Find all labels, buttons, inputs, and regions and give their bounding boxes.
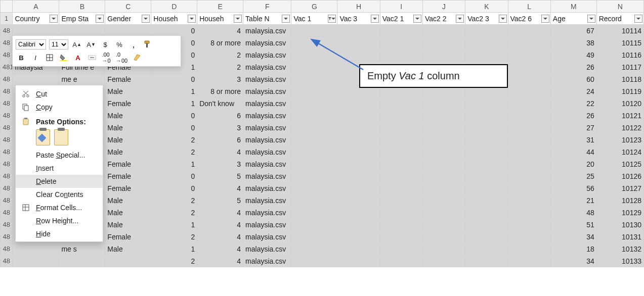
cell[interactable]: malaysia.csv <box>243 182 291 194</box>
cell[interactable]: 26 <box>550 61 596 73</box>
cell[interactable]: 67 <box>550 25 596 37</box>
cell[interactable]: 1 <box>151 219 197 231</box>
cell[interactable]: 21 <box>550 194 596 207</box>
cell[interactable]: 10124 <box>596 146 643 158</box>
cell[interactable]: 2 <box>197 49 243 61</box>
fill-color-icon[interactable] <box>58 53 69 63</box>
cell[interactable] <box>105 255 151 267</box>
filter-dropdown-icon[interactable] <box>456 15 464 23</box>
row-header[interactable]: 48 <box>1 25 13 37</box>
cell[interactable]: 10117 <box>596 61 643 73</box>
table-row[interactable]: 4824malaysia.csv3410133 <box>1 255 644 267</box>
cell[interactable] <box>337 146 380 158</box>
format-painter-icon[interactable] <box>142 39 153 50</box>
cell[interactable]: malaysia.csv <box>243 255 291 267</box>
row-header[interactable]: 48 <box>1 243 13 255</box>
cell[interactable]: 6 <box>197 134 243 146</box>
cell[interactable] <box>422 158 465 170</box>
cell[interactable] <box>291 25 337 37</box>
cell[interactable]: 2 <box>151 194 197 207</box>
cell[interactable] <box>465 122 508 134</box>
cell[interactable] <box>291 85 337 97</box>
cell[interactable] <box>422 170 465 182</box>
cell[interactable] <box>465 25 508 37</box>
cell[interactable]: Male <box>105 122 151 134</box>
cell[interactable]: 3 <box>197 73 243 85</box>
cell[interactable]: 34 <box>550 255 596 267</box>
row-header[interactable]: 48 <box>1 170 13 182</box>
cell[interactable] <box>465 170 508 182</box>
menu-paste-special[interactable]: Paste Special... <box>16 149 103 162</box>
row-header[interactable]: 48 <box>1 255 13 267</box>
cell[interactable] <box>508 255 550 267</box>
cell[interactable] <box>337 243 380 255</box>
cell[interactable] <box>422 97 465 110</box>
cell[interactable] <box>291 255 337 267</box>
filter-cell-C[interactable]: Gender <box>105 13 151 25</box>
cell[interactable]: 10132 <box>596 243 643 255</box>
column-header-M[interactable]: M <box>550 1 596 13</box>
cell[interactable]: 0 <box>151 182 197 194</box>
cell[interactable] <box>465 97 508 110</box>
cell[interactable]: 5 <box>197 170 243 182</box>
cell[interactable] <box>508 231 550 243</box>
cell[interactable]: 1 <box>151 97 197 110</box>
cell[interactable]: 10133 <box>596 255 643 267</box>
borders-icon[interactable] <box>44 53 55 63</box>
cell[interactable]: 2 <box>151 146 197 158</box>
cell[interactable] <box>508 207 550 219</box>
menu-insert[interactable]: Insert <box>16 162 103 175</box>
cell[interactable]: 10126 <box>596 170 643 182</box>
mini-format-toolbar[interactable]: Calibri 11 A▲ A▼ $ % , B I A .00→0 .0→00 <box>12 35 181 67</box>
cell[interactable] <box>380 255 422 267</box>
cell[interactable] <box>508 122 550 134</box>
cell[interactable]: Male <box>105 243 151 255</box>
table-row[interactable]: 48me sMale14malaysia.csv1810132 <box>1 243 644 255</box>
cell[interactable]: malaysia.csv <box>243 49 291 61</box>
cell[interactable] <box>508 110 550 122</box>
cell[interactable]: 2 <box>151 255 197 267</box>
cell[interactable]: 26 <box>550 110 596 122</box>
filter-cell-L[interactable]: Vac2 6 <box>508 13 550 25</box>
column-header-A[interactable]: A <box>13 1 59 13</box>
column-header-J[interactable]: J <box>422 1 465 13</box>
menu-hide[interactable]: Hide <box>16 227 103 240</box>
cell[interactable] <box>508 158 550 170</box>
cell[interactable]: 4 <box>197 25 243 37</box>
cell[interactable] <box>465 134 508 146</box>
cell[interactable]: 34 <box>550 231 596 243</box>
cell[interactable]: 10130 <box>596 219 643 231</box>
merge-center-icon[interactable] <box>87 53 98 63</box>
cell[interactable] <box>422 122 465 134</box>
cell[interactable]: Male <box>105 85 151 97</box>
row-header[interactable]: 48 <box>1 207 13 219</box>
cell[interactable]: 1 <box>151 85 197 97</box>
row-header[interactable]: 481174 <box>1 61 13 73</box>
cell[interactable] <box>337 219 380 231</box>
filter-dropdown-icon[interactable] <box>142 15 150 23</box>
filter-dropdown-icon[interactable] <box>499 15 507 23</box>
cell[interactable]: 4 <box>197 243 243 255</box>
cell[interactable]: 0 <box>151 73 197 85</box>
cell[interactable] <box>465 110 508 122</box>
cell[interactable] <box>465 37 508 49</box>
font-family-select[interactable]: Calibri <box>16 39 46 50</box>
cell[interactable]: 8 or more <box>197 37 243 49</box>
cell[interactable]: 4 <box>197 219 243 231</box>
filter-cell-K[interactable]: Vac2 3 <box>465 13 508 25</box>
cell[interactable] <box>508 219 550 231</box>
cell[interactable] <box>291 110 337 122</box>
row-header-1[interactable]: 1 <box>1 13 13 25</box>
cell[interactable] <box>13 243 59 255</box>
cell[interactable] <box>508 194 550 207</box>
font-size-select[interactable]: 11 <box>49 39 68 50</box>
row-header[interactable]: 48 <box>1 122 13 134</box>
cell[interactable]: malaysia.csv <box>243 207 291 219</box>
cell[interactable] <box>465 182 508 194</box>
cell[interactable] <box>380 134 422 146</box>
cell[interactable] <box>465 158 508 170</box>
cell[interactable]: 38 <box>550 37 596 49</box>
paste-option-values-icon[interactable] <box>54 129 68 145</box>
table-row[interactable]: 4804malaysia.csv6710114 <box>1 25 644 37</box>
cell[interactable] <box>291 170 337 182</box>
